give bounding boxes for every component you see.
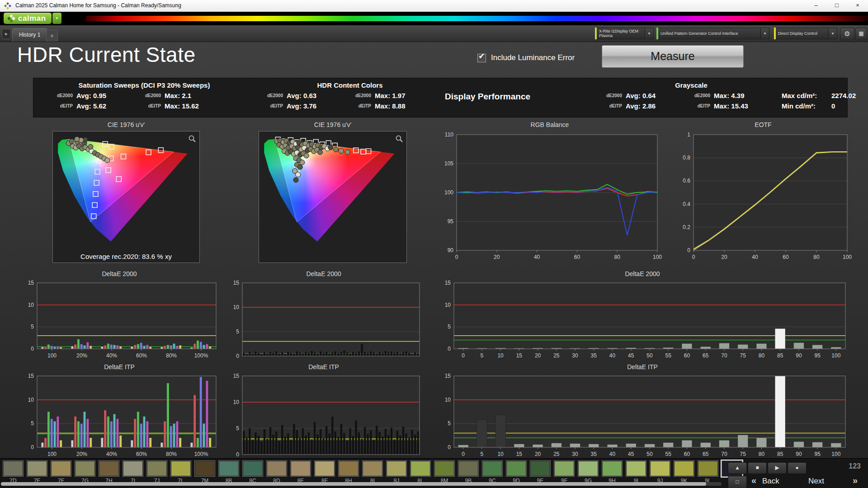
svg-text:60: 60 — [684, 451, 690, 457]
patch-9E[interactable]: 9E — [530, 460, 551, 484]
calman-logo[interactable]: calman ▼ — [4, 13, 61, 24]
patch-9D[interactable]: 9D — [506, 460, 527, 484]
zoom-icon[interactable] — [189, 135, 196, 142]
pattern-dropdown-arrow-icon[interactable]: ▼ — [761, 28, 769, 39]
patch-8D[interactable]: 8D — [266, 460, 287, 484]
window-controls: – □ × — [806, 0, 868, 12]
svg-text:50: 50 — [646, 352, 653, 359]
bar — [143, 417, 145, 448]
bar — [533, 445, 543, 447]
bar — [246, 354, 248, 356]
svg-text:5: 5 — [236, 328, 239, 335]
next-chevron-icon[interactable]: » — [853, 475, 858, 486]
stat-label: Min cd/m²: — [782, 101, 831, 111]
bar — [682, 440, 692, 447]
patch-8C[interactable]: 8C — [242, 460, 263, 484]
display-dropdown-arrow-icon[interactable]: ▼ — [829, 28, 837, 39]
layout-grid-button[interactable]: ▦ — [855, 28, 867, 40]
patch-8M[interactable]: 8M — [434, 460, 455, 484]
back-button[interactable]: Back — [762, 477, 779, 486]
bar — [267, 439, 269, 455]
settings-gear-button[interactable]: ⚙ — [840, 28, 854, 40]
bar — [44, 347, 47, 349]
minimize-button[interactable]: – — [806, 0, 826, 12]
bar — [326, 352, 327, 356]
close-button[interactable]: × — [847, 0, 868, 12]
play-button[interactable]: ▶ — [768, 462, 787, 474]
patch-7M[interactable]: 7M — [194, 460, 215, 484]
record-button[interactable]: ● — [788, 462, 807, 474]
patch-9G[interactable]: 9G — [578, 460, 599, 484]
patch-7H[interactable]: 7H — [99, 460, 119, 484]
bar — [110, 344, 113, 349]
current-frame-button[interactable]: □ — [728, 476, 747, 488]
patch-swatch — [554, 460, 575, 477]
patch-9I[interactable]: 9I — [626, 460, 646, 484]
svg-text:15: 15 — [516, 451, 523, 457]
bar — [51, 419, 53, 447]
bar — [209, 346, 211, 349]
patch-8I[interactable]: 8I — [362, 460, 383, 484]
next-button[interactable]: Next — [808, 477, 824, 486]
bar — [376, 426, 377, 455]
patch-9B[interactable]: 9B — [458, 460, 479, 484]
filmstrip-scrollbar-thumb[interactable] — [1, 482, 706, 486]
include-luminance-error-checkbox[interactable]: ✔ Include Luminance Error — [477, 53, 575, 62]
patch-9L[interactable]: 9L — [698, 460, 718, 484]
bar — [140, 423, 142, 447]
deitp-sweeps-panel: 05101510020%40%60%80%100% — [18, 373, 221, 459]
patch-8E[interactable]: 8E — [290, 460, 311, 484]
patch-7D[interactable]: 7D — [3, 460, 24, 484]
filmstrip: 7D7E7F7G7H7I7J7L7M8B8C8D8E8F8H8I8J8L8M9B… — [0, 458, 868, 488]
tab-history-1[interactable]: History 1 — [12, 28, 47, 42]
patch-9C[interactable]: 9C — [482, 460, 503, 484]
stop-button[interactable]: ■ — [748, 462, 767, 474]
bar — [203, 423, 205, 447]
maximize-button[interactable]: □ — [826, 0, 847, 12]
patch-8J[interactable]: 8J — [386, 460, 407, 484]
add-tab-button[interactable]: + — [46, 30, 58, 42]
bar — [110, 421, 113, 447]
patch-7L[interactable]: 7L — [170, 460, 191, 484]
bar — [402, 427, 404, 455]
svg-text:1: 1 — [687, 131, 690, 138]
patch-swatch — [602, 460, 623, 477]
bar — [53, 421, 56, 447]
patch-7I[interactable]: 7I — [123, 460, 143, 484]
bar — [391, 428, 392, 455]
pattern-generator-dropdown[interactable]: Unified Pattern Generator Control Interf… — [656, 28, 769, 39]
patch-8F[interactable]: 8F — [314, 460, 335, 484]
eotf-panel: 00.20.40.60.81020406080100 — [675, 131, 852, 263]
patch-9J[interactable]: 9J — [650, 460, 670, 484]
patch-7F[interactable]: 7F — [51, 460, 71, 484]
scroll-up-button[interactable]: ▲ — [728, 462, 747, 474]
bar — [173, 423, 175, 447]
stat-metric: dE2000 — [594, 91, 626, 101]
patch-8H[interactable]: 8H — [338, 460, 359, 484]
patch-9H[interactable]: 9H — [602, 460, 623, 484]
patch-7J[interactable]: 7J — [146, 460, 167, 484]
svg-text:95: 95 — [814, 352, 821, 359]
svg-text:90: 90 — [448, 247, 454, 253]
patch-8B[interactable]: 8B — [218, 460, 239, 484]
back-chevron-icon[interactable]: « — [751, 475, 756, 486]
patch-7G[interactable]: 7G — [75, 460, 95, 484]
patch-8L[interactable]: 8L — [410, 460, 431, 484]
zoom-icon[interactable] — [396, 135, 403, 142]
patch-9K[interactable]: 9K — [674, 460, 694, 484]
rgb-balance-panel: 9095100105110020406080100 — [438, 131, 662, 263]
filmstrip-scrollbar[interactable] — [1, 482, 722, 486]
tab-scroll-button[interactable]: ► — [2, 29, 11, 39]
meter-dropdown[interactable]: X-Rite i1Display OEM Plasma ▼ — [595, 28, 654, 39]
bar — [323, 438, 325, 455]
bar — [329, 354, 330, 356]
measure-button[interactable]: Measure — [602, 45, 744, 68]
cie-diagram-panel — [259, 131, 407, 263]
patch-7E[interactable]: 7E — [27, 460, 47, 484]
chart-title: RGB Balance — [438, 121, 662, 130]
logo-menu-arrow-icon[interactable]: ▼ — [52, 13, 61, 24]
meter-dropdown-arrow-icon[interactable]: ▼ — [645, 28, 654, 39]
display-control-dropdown[interactable]: Direct Display Control ▼ — [774, 28, 837, 39]
bar — [402, 352, 404, 356]
patch-9F[interactable]: 9F — [554, 460, 575, 484]
